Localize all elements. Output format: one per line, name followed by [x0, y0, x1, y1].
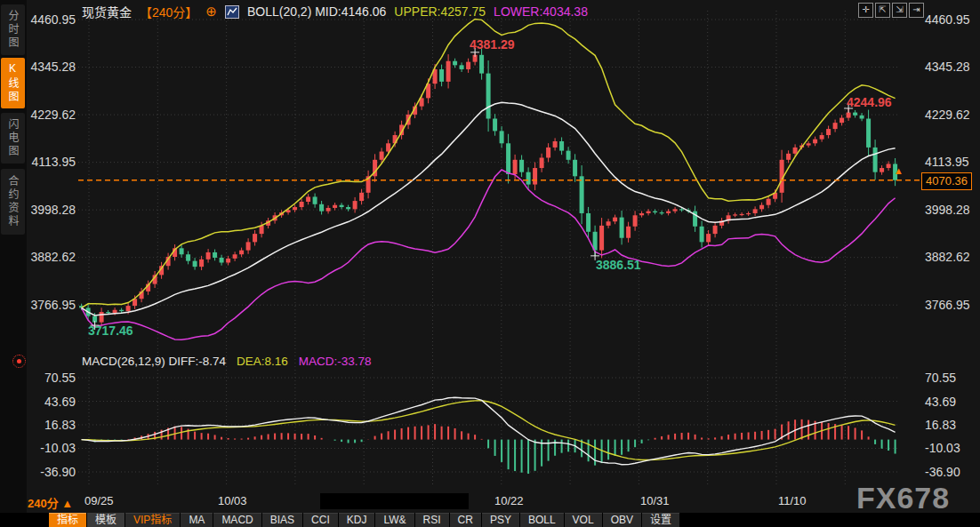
price-macd-chart[interactable] [0, 0, 980, 527]
macd-axis-right: 16.83 [925, 418, 978, 432]
macd-dea-value: DEA:8.16 [237, 355, 288, 368]
price-marker-arrow-icon: ▲ [894, 165, 904, 176]
chevron-up-icon: ▲ [61, 497, 73, 510]
boll-upper-value: UPPER:4257.75 [394, 4, 486, 19]
price-axis-right: 4229.62 [925, 108, 978, 122]
second-high-label: 4244.96 [847, 95, 892, 109]
sidebar-tab-contract-info[interactable]: 合约资料 [1, 169, 25, 235]
macd-diff-value: MACD(26,12,9) DIFF:-8.74 [82, 355, 226, 368]
price-axis-left: 3882.62 [23, 250, 76, 264]
chart-type-sidebar: 分时图 K线图 闪电图 合约资料 [0, 0, 27, 513]
macd-axis-right: 43.69 [925, 395, 978, 409]
toolbar-item-cr[interactable]: CR [450, 513, 481, 527]
fx678-watermark: FX678 [856, 481, 950, 515]
date-label: 10/31 [640, 494, 670, 507]
move-tool-icon[interactable]: ✛ [858, 3, 873, 18]
scrollbar-thumb[interactable] [320, 493, 469, 509]
price-axis-left: 3766.95 [23, 298, 76, 312]
macd-header: MACD(26,12,9) DIFF:-8.74 DEA:8.16 MACD:-… [82, 355, 372, 368]
current-price-tag: 4070.36 [921, 172, 972, 190]
mid-low-label: 3886.51 [596, 258, 641, 272]
toolbar-item-ma[interactable]: MA [181, 513, 213, 527]
macd-axis-right: -10.03 [925, 441, 978, 455]
price-axis-right: 3998.28 [925, 203, 978, 217]
toolbar-item-rsi[interactable]: RSI [415, 513, 449, 527]
toolbar-item-cci[interactable]: CCI [303, 513, 338, 527]
price-axis-right: 4345.28 [925, 60, 978, 74]
macd-hist-value: MACD:-33.78 [299, 355, 372, 368]
add-indicator-icon[interactable]: ⊕ [205, 4, 217, 20]
date-label: 10/22 [494, 494, 524, 507]
mini-chart-icon[interactable] [225, 5, 239, 19]
macd-axis-right: -36.90 [925, 465, 978, 479]
scale-right-icon[interactable]: ⇲ [892, 3, 907, 18]
start-low-label: 3717.46 [88, 323, 133, 338]
toolbar-item-lwr[interactable]: LW& [375, 513, 414, 527]
price-axis-right: 4460.95 [925, 12, 978, 27]
price-axis-left: 3998.28 [23, 203, 76, 217]
toolbar-item-bias[interactable]: BIAS [262, 513, 302, 527]
toolbar-item-settings[interactable]: 设置 [642, 513, 679, 527]
chart-header: 现货黄金 【240分】 ⊕ BOLL(20,2) MID:4146.06 UPP… [82, 3, 588, 20]
live-indicator-icon[interactable] [12, 355, 26, 368]
toolbar-item-indicator[interactable]: 指标 [49, 513, 86, 527]
peak-high-label: 4381.29 [470, 37, 515, 52]
indicator-toolbar: 指标 模板 VIP指标 MA MACD BIAS CCI KDJ LW& RSI… [0, 513, 980, 527]
price-axis-left: 4460.95 [23, 12, 76, 27]
trading-terminal: 分时图 K线图 闪电图 合约资料 现货黄金 【240分】 ⊕ BOLL(20,2… [0, 0, 980, 527]
toolbar-item-vol[interactable]: VOL [565, 513, 602, 527]
boll-lower-value: LOWER:4034.38 [494, 4, 588, 19]
price-axis-right: 3882.62 [925, 250, 978, 264]
sidebar-tab-timeshare[interactable]: 分时图 [1, 4, 25, 55]
macd-axis-left: 16.83 [23, 418, 76, 432]
macd-axis-left: 70.55 [23, 371, 76, 385]
toolbar-item-template[interactable]: 模板 [87, 513, 125, 527]
toolbar-item-macd[interactable]: MACD [213, 513, 261, 527]
sidebar-tab-kline[interactable]: K线图 [1, 58, 25, 108]
price-axis-left: 4345.28 [23, 60, 76, 74]
price-axis-right: 4113.95 [925, 155, 978, 169]
chart-tools: ✛ ⇱ ⇲ ⇥ [858, 3, 924, 18]
macd-axis-left: 43.69 [23, 395, 76, 409]
toolbar-item-psy[interactable]: PSY [482, 513, 519, 527]
toolbar-item-boll[interactable]: BOLL [520, 513, 564, 527]
toolbar-item-vip-indicator[interactable]: VIP指标 [125, 513, 180, 527]
toolbar-item-kdj[interactable]: KDJ [339, 513, 375, 527]
macd-axis-right: 70.55 [925, 371, 978, 385]
macd-axis-left: -36.90 [23, 465, 76, 479]
date-label: 11/10 [778, 494, 807, 507]
interval-selector[interactable]: 240分 ▲ [28, 494, 73, 511]
macd-axis-left: -10.03 [23, 441, 76, 455]
pan-right-icon[interactable]: ⇥ [909, 3, 924, 18]
scale-left-icon[interactable]: ⇱ [875, 3, 890, 18]
price-axis-left: 4229.62 [23, 108, 76, 122]
interval-label: 【240分】 [140, 3, 197, 20]
sidebar-tab-lightning[interactable]: 闪电图 [1, 113, 25, 164]
toolbar-item-obv[interactable]: OBV [603, 513, 641, 527]
boll-mid-value: BOLL(20,2) MID:4146.06 [247, 4, 386, 19]
date-label: 10/03 [218, 494, 247, 507]
interval-footer-label: 240分 [28, 497, 59, 510]
symbol-name: 现货黄金 [82, 3, 132, 20]
price-axis-right: 3766.95 [925, 298, 978, 312]
date-label: 09/25 [84, 494, 114, 507]
price-axis-left: 4113.95 [23, 155, 76, 169]
